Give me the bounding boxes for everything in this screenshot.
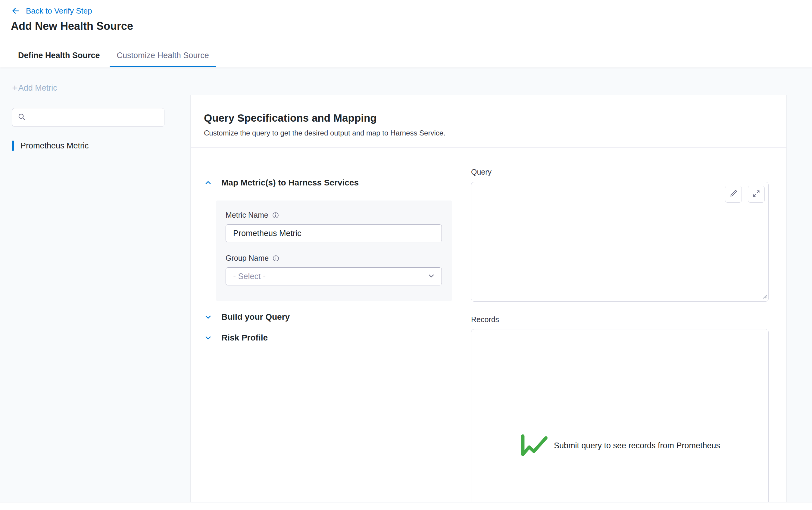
expand-icon [752, 189, 760, 199]
metric-name-label-row: Metric Name [226, 211, 442, 219]
group-name-label: Group Name [226, 254, 269, 263]
query-editor[interactable] [471, 182, 768, 302]
card-title: Query Specifications and Mapping [204, 112, 773, 124]
records-panel: Submit query to see records from Prometh… [471, 329, 768, 502]
page-title: Add New Health Source [11, 20, 133, 32]
chevron-down-icon [204, 334, 212, 342]
group-name-label-row: Group Name [226, 254, 442, 263]
group-name-select[interactable]: - Select - [226, 267, 442, 286]
add-metric-label: Add Metric [18, 83, 57, 93]
tab-customize-health-source[interactable]: Customize Health Source [110, 51, 216, 67]
card-body: Map Metric(s) to Harness Services Metric… [191, 148, 786, 502]
metric-name-label: Metric Name [226, 211, 268, 219]
query-label: Query [471, 168, 492, 176]
footer-strip [0, 502, 812, 510]
records-label: Records [471, 315, 499, 324]
card-subtitle: Customize the query to get the desired o… [204, 129, 773, 137]
back-link-label: Back to Verify Step [26, 6, 92, 16]
page-header: Back to Verify Step Add New Health Sourc… [0, 0, 812, 67]
map-metric-panel: Metric Name Group Name [216, 201, 452, 301]
tab-bar: Define Health Source Customize Health So… [11, 51, 216, 67]
metric-name-input[interactable] [226, 224, 442, 242]
records-empty-state: Submit query to see records from Prometh… [471, 329, 768, 459]
query-actions [725, 186, 765, 203]
section-build-query[interactable]: Build your Query [204, 311, 290, 323]
metric-list-item-prometheus[interactable]: Prometheus Metric [12, 139, 89, 152]
section-risk-profile-title: Risk Profile [221, 333, 268, 342]
search-input[interactable] [30, 113, 159, 122]
metric-search [12, 108, 165, 127]
page-body: + Add Metric Prometheus Metric Query Spe [0, 67, 812, 502]
back-link[interactable]: Back to Verify Step [11, 4, 92, 18]
group-name-select-value: - Select - [233, 272, 266, 281]
section-risk-profile[interactable]: Risk Profile [204, 332, 268, 344]
plus-icon: + [12, 83, 18, 93]
expand-query-button[interactable] [748, 186, 765, 203]
chevron-down-icon [427, 272, 436, 281]
add-metric-button[interactable]: + Add Metric [12, 83, 57, 93]
arrow-left-icon [11, 6, 21, 16]
selected-indicator [12, 141, 14, 151]
sidebar-divider [12, 137, 171, 137]
query-spec-card: Query Specifications and Mapping Customi… [190, 95, 787, 502]
tab-define-health-source[interactable]: Define Health Source [11, 51, 107, 67]
edit-query-button[interactable] [725, 186, 742, 203]
records-empty-message: Submit query to see records from Prometh… [554, 441, 720, 450]
section-map-metrics-title: Map Metric(s) to Harness Services [221, 178, 359, 187]
section-map-metrics[interactable]: Map Metric(s) to Harness Services [204, 177, 359, 189]
search-icon [17, 112, 26, 123]
metrics-sidebar: + Add Metric Prometheus Metric [0, 67, 190, 502]
section-build-query-title: Build your Query [221, 312, 290, 322]
pencil-icon [729, 189, 737, 199]
card-header: Query Specifications and Mapping Customi… [191, 95, 786, 148]
info-icon[interactable] [272, 212, 279, 219]
resize-handle[interactable] [761, 293, 767, 300]
chevron-down-icon [204, 313, 212, 321]
page: Back to Verify Step Add New Health Sourc… [0, 0, 812, 510]
line-chart-icon [520, 432, 550, 459]
metric-item-label: Prometheus Metric [21, 141, 89, 151]
info-icon[interactable] [272, 255, 280, 262]
chevron-up-icon [204, 179, 212, 187]
